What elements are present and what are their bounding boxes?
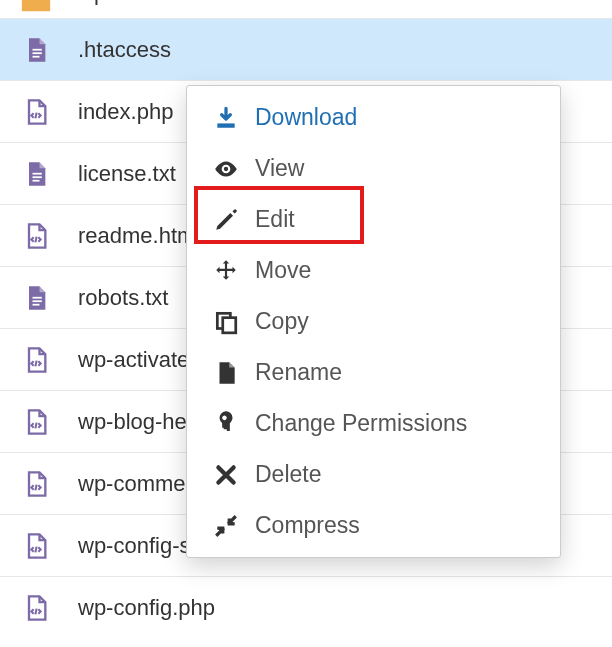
key-icon — [211, 409, 241, 439]
file-name: robots.txt — [78, 285, 168, 311]
svg-rect-5 — [33, 179, 40, 181]
file-name: readme.html — [78, 223, 200, 249]
svg-point-10 — [224, 166, 228, 170]
svg-rect-3 — [33, 172, 42, 174]
menu-compress[interactable]: Compress — [187, 500, 560, 551]
file-name: .htaccess — [78, 37, 171, 63]
menu-label: Download — [255, 104, 357, 131]
code-file-icon — [18, 218, 54, 254]
code-file-icon — [18, 404, 54, 440]
svg-rect-7 — [33, 300, 42, 302]
menu-label: Move — [255, 257, 311, 284]
move-icon — [211, 256, 241, 286]
file-row[interactable]: wp-config.php — [0, 576, 612, 638]
menu-change-permissions[interactable]: Change Permissions — [187, 398, 560, 449]
compress-icon — [211, 511, 241, 541]
svg-rect-1 — [33, 52, 42, 54]
eye-icon — [211, 154, 241, 184]
text-file-icon — [18, 32, 54, 68]
code-file-icon — [18, 528, 54, 564]
close-icon — [211, 460, 241, 490]
menu-move[interactable]: Move — [187, 245, 560, 296]
menu-label: Edit — [255, 206, 295, 233]
svg-rect-0 — [33, 48, 42, 50]
svg-rect-12 — [223, 317, 236, 332]
file-name: wp-config.php — [78, 595, 215, 621]
copy-icon — [211, 307, 241, 337]
svg-rect-4 — [33, 176, 42, 178]
file-name: wp-includes — [78, 0, 194, 6]
menu-label: View — [255, 155, 304, 182]
menu-view[interactable]: View — [187, 143, 560, 194]
pencil-icon — [211, 205, 241, 235]
menu-label: Compress — [255, 512, 360, 539]
svg-rect-2 — [33, 55, 40, 57]
menu-label: Delete — [255, 461, 321, 488]
context-menu: Download View Edit Move Copy Rename — [186, 85, 561, 558]
code-file-icon — [18, 94, 54, 130]
file-icon — [211, 358, 241, 388]
file-name: index.php — [78, 99, 173, 125]
file-row[interactable]: .htaccess — [0, 18, 612, 80]
text-file-icon — [18, 280, 54, 316]
menu-label: Copy — [255, 308, 309, 335]
svg-rect-6 — [33, 296, 42, 298]
menu-delete[interactable]: Delete — [187, 449, 560, 500]
menu-copy[interactable]: Copy — [187, 296, 560, 347]
download-icon — [211, 103, 241, 133]
menu-edit[interactable]: Edit — [187, 194, 560, 245]
menu-download[interactable]: Download — [187, 92, 560, 143]
file-name: license.txt — [78, 161, 176, 187]
menu-label: Change Permissions — [255, 410, 467, 437]
text-file-icon — [18, 156, 54, 192]
menu-rename[interactable]: Rename — [187, 347, 560, 398]
code-file-icon — [18, 590, 54, 626]
code-file-icon — [18, 342, 54, 378]
folder-icon — [18, 0, 54, 18]
code-file-icon — [18, 466, 54, 502]
svg-rect-8 — [33, 303, 40, 305]
menu-label: Rename — [255, 359, 342, 386]
file-row[interactable]: wp-includes — [0, 0, 612, 18]
svg-rect-9 — [217, 123, 234, 127]
